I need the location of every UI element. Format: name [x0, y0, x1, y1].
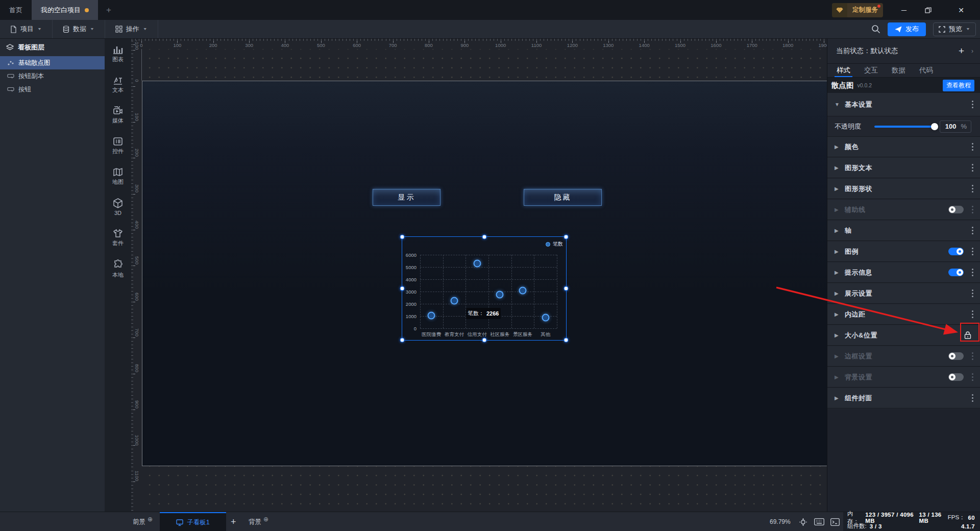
expand-arrow-icon[interactable]: ▼	[835, 102, 840, 107]
section-背景设置[interactable]: ▶背景设置	[827, 367, 980, 388]
add-state-button[interactable]: +	[959, 45, 964, 57]
scatter-point[interactable]	[428, 311, 435, 319]
section-toggle-off[interactable]	[948, 206, 964, 213]
section-图形文本[interactable]: ▶图形文本	[827, 158, 980, 178]
tool-本地[interactable]: 本地	[105, 259, 131, 279]
add-board-button[interactable]: +	[231, 512, 236, 531]
expand-arrow-icon[interactable]: ▶	[835, 395, 840, 401]
maximize-button[interactable]	[925, 7, 940, 13]
section-toggle-on[interactable]	[948, 269, 964, 276]
expand-arrow-icon[interactable]: ▶	[835, 207, 840, 212]
section-menu-icon[interactable]	[971, 247, 975, 257]
inspector-tab-样式[interactable]: 样式	[837, 64, 850, 77]
opacity-input[interactable]: 100 %	[940, 120, 971, 133]
resize-handle-sw[interactable]	[400, 338, 405, 343]
inspector-tab-代码[interactable]: 代码	[919, 64, 933, 77]
section-图形形状[interactable]: ▶图形形状	[827, 179, 980, 199]
add-foreground-icon[interactable]: ⊕	[148, 516, 153, 523]
expand-arrow-icon[interactable]: ▶	[835, 332, 840, 338]
section-menu-icon[interactable]	[971, 100, 975, 110]
expand-arrow-icon[interactable]: ▶	[835, 270, 840, 275]
custom-service-button[interactable]: 定制服务	[832, 3, 883, 17]
add-background-icon[interactable]: ⊕	[263, 516, 268, 523]
section-menu-icon[interactable]	[971, 393, 975, 403]
resize-handle-nw[interactable]	[400, 235, 405, 239]
expand-arrow-icon[interactable]: ▶	[835, 249, 840, 254]
expand-arrow-icon[interactable]: ▶	[835, 186, 840, 191]
section-menu-icon[interactable]	[971, 288, 975, 299]
tool-文本[interactable]: 文本	[105, 76, 131, 94]
chart-legend[interactable]: 笔数	[546, 240, 563, 248]
section-组件封面[interactable]: ▶组件封面	[827, 388, 980, 408]
selected-scatter-component[interactable]: 笔数 笔数： 2266 0100020003000400050006000医院缴…	[402, 236, 567, 341]
preview-button[interactable]: 预览▼	[933, 22, 976, 36]
terminal-icon[interactable]	[829, 516, 841, 527]
opacity-slider[interactable]	[874, 126, 935, 128]
section-menu-icon[interactable]	[971, 372, 975, 382]
section-toggle-off[interactable]	[948, 352, 964, 360]
tutorial-button[interactable]: 查看教程	[943, 80, 974, 91]
keyboard-icon[interactable]	[814, 516, 825, 527]
publish-button[interactable]: 发布	[888, 22, 926, 36]
section-menu-icon[interactable]	[971, 205, 975, 215]
resize-handle-s[interactable]	[482, 338, 486, 343]
menu-data[interactable]: 数据▼	[53, 20, 105, 38]
layer-item-按钮[interactable]: 按钮	[0, 83, 105, 96]
section-basic-settings[interactable]: ▼ 基本设置	[827, 93, 980, 116]
tool-控件[interactable]: 控件	[105, 137, 131, 155]
section-轴[interactable]: ▶轴	[827, 221, 980, 241]
hide-button-component[interactable]: 隐藏	[524, 189, 602, 206]
subboard-tab[interactable]: 子看板1	[160, 512, 226, 531]
section-toggle-on[interactable]	[948, 248, 964, 255]
zoom-level[interactable]: 69.79%	[770, 512, 791, 531]
tool-图表[interactable]: 图表	[105, 45, 131, 63]
expand-arrow-icon[interactable]: ▶	[835, 353, 840, 359]
section-menu-icon[interactable]	[971, 309, 975, 320]
tab-project[interactable]: 我的空白项目	[32, 0, 98, 20]
section-图例[interactable]: ▶图例	[827, 242, 980, 262]
section-toggle-off[interactable]	[948, 373, 964, 381]
expand-arrow-icon[interactable]: ▶	[835, 311, 840, 317]
layer-item-按钮副本[interactable]: 按钮副本	[0, 69, 105, 83]
tool-地图[interactable]: 地图	[105, 167, 131, 186]
section-展示设置[interactable]: ▶展示设置	[827, 283, 980, 304]
close-button[interactable]: ✕	[953, 6, 969, 14]
expand-arrow-icon[interactable]: ▶	[835, 228, 840, 233]
resize-handle-n[interactable]	[482, 235, 486, 239]
section-menu-icon[interactable]	[971, 163, 975, 173]
resize-handle-ne[interactable]	[564, 235, 569, 239]
tool-套件[interactable]: 套件	[105, 229, 131, 247]
resize-handle-se[interactable]	[564, 338, 569, 343]
section-辅助线[interactable]: ▶辅助线	[827, 200, 980, 220]
menu-actions[interactable]: 操作▼	[105, 20, 158, 38]
menu-project[interactable]: 项目▼	[0, 20, 53, 38]
section-menu-icon[interactable]	[971, 268, 975, 278]
inspector-tab-数据[interactable]: 数据	[892, 64, 905, 77]
expand-arrow-icon[interactable]: ▶	[835, 144, 840, 150]
search-icon[interactable]	[871, 25, 880, 34]
scatter-point[interactable]	[496, 291, 504, 299]
section-menu-icon[interactable]	[971, 351, 975, 361]
resize-handle-e[interactable]	[564, 286, 569, 291]
section-menu-icon[interactable]	[971, 226, 975, 236]
section-颜色[interactable]: ▶颜色	[827, 137, 980, 157]
section-边框设置[interactable]: ▶边框设置	[827, 346, 980, 367]
expand-arrow-icon[interactable]: ▶	[835, 291, 840, 296]
minimize-button[interactable]: ─	[896, 6, 912, 14]
background-button[interactable]: 背景 ⊕	[249, 512, 268, 531]
expand-arrow-icon[interactable]: ▶	[835, 374, 840, 380]
resize-handle-w[interactable]	[400, 286, 405, 291]
tool-3D[interactable]: 3D	[105, 198, 131, 216]
section-提示信息[interactable]: ▶提示信息	[827, 262, 980, 283]
section-menu-icon[interactable]	[971, 184, 975, 194]
slider-knob[interactable]	[931, 123, 938, 130]
new-tab-button[interactable]: +	[98, 0, 119, 20]
section-menu-icon[interactable]	[971, 142, 975, 152]
tab-home[interactable]: 首页	[0, 0, 32, 20]
scatter-point[interactable]	[542, 313, 549, 321]
scatter-point[interactable]	[451, 297, 458, 304]
section-内边距[interactable]: ▶内边距	[827, 304, 980, 325]
canvas-area[interactable]: 0100200300400500600700800900100011001200…	[131, 39, 827, 512]
collapse-panel-icon[interactable]: ›	[971, 47, 973, 55]
scatter-point[interactable]	[519, 286, 527, 294]
